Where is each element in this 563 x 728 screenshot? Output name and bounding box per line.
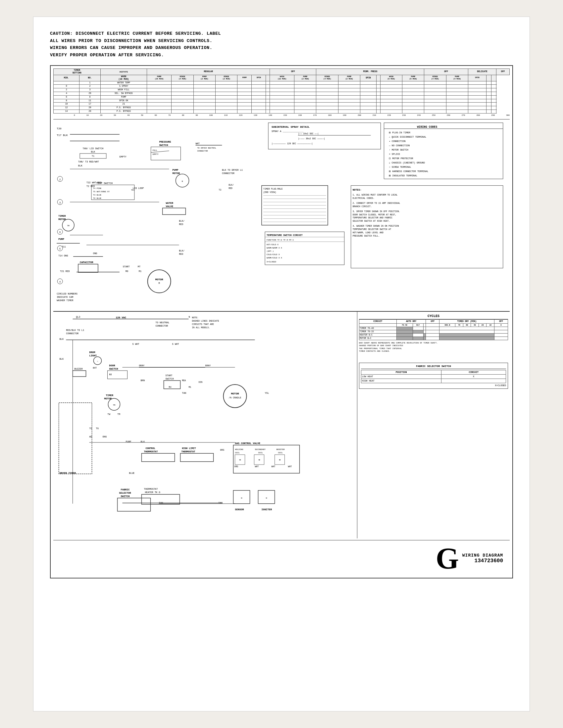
svg-text:TM: TM: [113, 404, 116, 406]
svg-text:TAN/ T3 RED/WHT: TAN/ T3 RED/WHT: [78, 160, 99, 163]
svg-text:TO: TO: [89, 427, 92, 430]
svg-text:BLK/: BLK/: [179, 250, 185, 252]
svg-text:T21 RED: T21 RED: [60, 270, 70, 273]
svg-text:SUBINTERVAL SPRAY DETAIL: SUBINTERVAL SPRAY DETAIL: [271, 125, 310, 128]
svg-text:SELECTOR SWITCH AT HIGH HEAT.: SELECTOR SWITCH AT HIGH HEAT.: [353, 220, 390, 222]
svg-text:⊞ HARNESS CONNECTOR TERMINAL: ⊞ HARNESS CONNECTOR TERMINAL: [389, 170, 428, 172]
fabric-selector-title: FABRIC SELECTOR SWITCH: [361, 365, 506, 369]
svg-text:120 VAC: 120 VAC: [116, 316, 126, 319]
svg-text:BLK: BLK: [78, 164, 82, 167]
svg-text:IGNITER: IGNITER: [261, 508, 272, 511]
bar-chart-note: BAR CHART ABOVE REPRESENTS ONE COMPLETE …: [359, 342, 508, 353]
svg-text:T2 RED: T2 RED: [86, 185, 95, 187]
main-diagram: TIMERSETTING AGITATE REGULAR OFF PERM. P…: [50, 65, 513, 578]
svg-text:GRAY: GRAY: [139, 364, 145, 367]
svg-text:PUMP: PUMP: [172, 168, 178, 171]
svg-text:M0: M0: [125, 270, 128, 273]
svg-text:2: 2: [59, 178, 61, 181]
svg-text:TIMER PLUG-MALE: TIMER PLUG-MALE: [263, 188, 283, 190]
svg-text:M1: M1: [189, 386, 191, 388]
svg-text:TG: TG: [96, 427, 99, 430]
svg-text:N: N: [189, 316, 190, 318]
svg-text:⊞ PLUG-IN TIMER: ⊞ PLUG-IN TIMER: [389, 131, 410, 134]
svg-text:HIGH LIMIT: HIGH LIMIT: [182, 447, 196, 450]
svg-text:TAN/ LID SWITCH: TAN/ LID SWITCH: [83, 147, 104, 150]
svg-text:ONG: ONG: [103, 435, 107, 438]
svg-text:• CONNECTION: • CONNECTION: [389, 140, 405, 143]
svg-text:WHT: WHT: [288, 466, 292, 468]
svg-text:BLK: BLK: [141, 440, 145, 443]
svg-text:4: 4: [59, 281, 61, 283]
svg-text:SECONDARY: SECONDARY: [255, 448, 266, 451]
svg-text:THERMOSTAT: THERMOSTAT: [144, 450, 158, 453]
svg-text:— NO CONNECTION: — NO CONNECTION: [389, 144, 410, 147]
svg-text:≋: ≋: [258, 459, 260, 461]
svg-text:TIMER: TIMER: [106, 394, 114, 397]
svg-text:T3: T3: [218, 189, 221, 191]
svg-text:WHT: WHT: [255, 466, 259, 468]
fabric-closed-note: X=CLOSED: [361, 384, 506, 387]
dryer-section: 120 VAC QL3 N NOTE: DASHED LINES INDICAT…: [53, 311, 510, 538]
svg-text:TW: TW: [108, 413, 111, 416]
svg-text:(OPT.): (OPT.): [266, 250, 274, 252]
svg-text:RED: RED: [179, 223, 183, 226]
svg-text:START: START: [123, 265, 130, 268]
fabric-selector-box: FABRIC SELECTOR SWITCH POSITION CIRCUIT …: [359, 363, 508, 389]
footer-number: 134723600: [462, 558, 503, 564]
svg-text:⏚ CHASSIS (CABINET) GROUND: ⏚ CHASSIS (CABINET) GROUND: [389, 161, 425, 164]
fabric-selector-table: POSITION CIRCUIT LOW HEAT X HIGH HEAT: [361, 370, 506, 383]
svg-text:TM: TM: [67, 225, 70, 227]
svg-text:|←——— 30±2 SEC ————→|: |←——— 30±2 SEC ————→|: [298, 138, 325, 140]
svg-text:TM: TM: [117, 413, 120, 416]
svg-text:SWITCH: SWITCH: [165, 378, 174, 380]
svg-text:DOOR SWITCH CLOSED, MOTOR AT R: DOOR SWITCH CLOSED, MOTOR AT REST,: [353, 213, 397, 216]
svg-text:COLD/COLD                X: COLD/COLD X: [266, 253, 280, 256]
svg-text:BUZZER: BUZZER: [74, 368, 83, 370]
svg-text:T20: T20: [57, 127, 62, 130]
svg-text:SPRAY A _______________: SPRAY A _______________: [271, 130, 304, 133]
caution-line4: VERIFY PROPER OPERATION AFTER SERVICING.: [50, 52, 513, 59]
svg-text:ELECTRICAL CODES.: ELECTRICAL CODES.: [353, 197, 375, 199]
cycles-header: CYCLES: [359, 313, 508, 319]
svg-text:DIN: DIN: [199, 381, 203, 384]
cycle-chart-section: TIMERSETTING AGITATE REGULAR OFF PERM. P…: [53, 68, 510, 116]
svg-text:WATER: WATER: [166, 202, 173, 204]
svg-text:PRESSURE: PRESSURE: [159, 141, 171, 143]
svg-text:PUMP: PUMP: [58, 238, 64, 241]
svg-text:TEMPERATURE SELECTOR SWITCH AT: TEMPERATURE SELECTOR SWITCH AT: [353, 228, 392, 231]
svg-text:MOTOR: MOTOR: [172, 172, 180, 174]
svg-text:NOTE:: NOTE:: [192, 317, 199, 319]
svg-text:THERMOSTAT: THERMOSTAT: [181, 450, 195, 453]
svg-text:/% CRADLE: /% CRADLE: [229, 396, 241, 399]
svg-text:MEA: MEA: [182, 380, 186, 382]
svg-text:EMPTY: EMPTY: [119, 156, 127, 158]
svg-text:2. CONNECT DRYER TO 15 AMP IND: 2. CONNECT DRYER TO 15 AMP INDIVIDUAL: [353, 202, 400, 204]
svg-text:BRN: BRN: [141, 379, 145, 382]
svg-text:≋: ≋: [239, 459, 241, 461]
svg-text:X=CLOSED: X=CLOSED: [266, 261, 276, 263]
svg-text:RED: RED: [228, 187, 232, 189]
svg-text:BLK/: BLK/: [179, 220, 185, 222]
svg-text:HEATER TK Ω: HEATER TK Ω: [145, 491, 160, 494]
svg-text:T22 WHT/RED: T22 WHT/RED: [86, 181, 102, 184]
svg-text:SENSOR: SENSOR: [235, 508, 244, 511]
svg-text:BLK/: BLK/: [228, 184, 234, 186]
svg-text:MT: MT: [138, 265, 140, 268]
svg-text:⊡ MOTOR PROTECTOR: ⊡ MOTOR PROTECTOR: [389, 157, 413, 160]
dryer-wiring-area: 120 VAC QL3 N NOTE: DASHED LINES INDICAT…: [53, 312, 357, 538]
svg-text:RED: RED: [179, 253, 183, 255]
svg-text:M1: M1: [139, 270, 141, 273]
svg-text:4HT: 4HT: [93, 367, 97, 369]
svg-text:BLK: BLK: [60, 358, 64, 360]
cycles-table: CIRCUIT AUTO DRY OFF TIMED DRY (MIN) OFF…: [359, 319, 508, 340]
svg-text:CONNECTOR: CONNECTOR: [222, 172, 234, 174]
svg-text:S WHT: S WHT: [172, 343, 179, 345]
svg-text:S WHT: S WHT: [132, 343, 139, 345]
svg-text:INDICATE CAM: INDICATE CAM: [57, 296, 73, 298]
footer-letter: G: [436, 544, 459, 573]
svg-text:HOT/COLD     X: HOT/COLD X: [266, 244, 278, 246]
svg-text:≋: ≋: [279, 459, 281, 461]
svg-text:DASHED LINES INDICATE: DASHED LINES INDICATE: [192, 320, 219, 322]
svg-text:T17 BLK: T17 BLK: [57, 134, 68, 137]
svg-text:|←————————— 120 SEC ——————————: |←————————— 120 SEC ——————————→|: [271, 143, 313, 145]
